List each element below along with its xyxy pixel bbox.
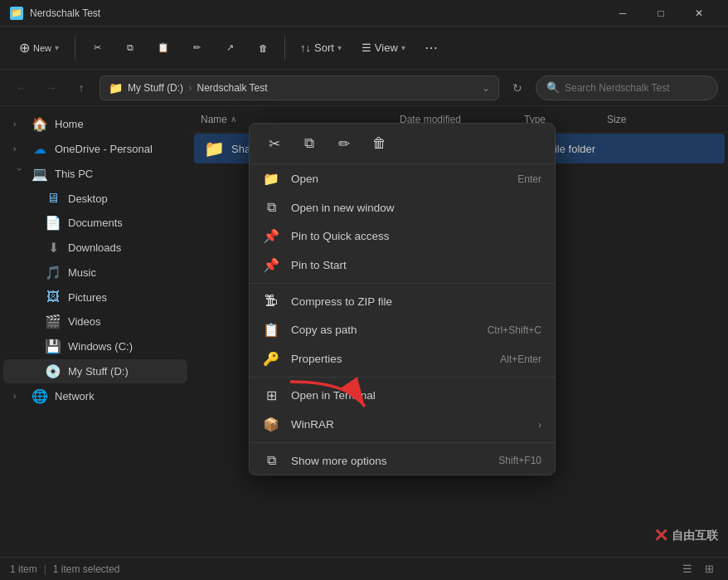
ctx-show-more-label: Show more options — [291, 455, 487, 467]
ctx-cut-button[interactable]: ✂ — [261, 130, 288, 157]
ctx-open-terminal-label: Open in Terminal — [291, 389, 541, 402]
ctx-open-item[interactable]: 📁 Open Enter — [250, 164, 555, 193]
ctx-properties-label: Properties — [291, 353, 488, 365]
ctx-open-shortcut: Enter — [517, 173, 541, 185]
ctx-compress-zip-label: Compress to ZIP file — [291, 295, 541, 308]
ctx-pin-start-item[interactable]: 📌 Pin to Start — [250, 251, 555, 280]
ctx-copy-path-item[interactable]: 📋 Copy as path Ctrl+Shift+C — [250, 315, 555, 344]
ctx-open-terminal-icon: ⊞ — [263, 387, 279, 403]
ctx-properties-item[interactable]: 🔑 Properties Alt+Enter — [250, 344, 555, 373]
ctx-copy-button[interactable]: ⧉ — [296, 130, 323, 157]
ctx-winrar-submenu-icon: › — [538, 419, 541, 431]
ctx-pin-quick-access-icon: 📌 — [263, 228, 279, 244]
ctx-pin-start-icon: 📌 — [263, 257, 279, 273]
ctx-compress-zip-icon: 🗜 — [263, 294, 279, 309]
context-menu: ✂ ⧉ ✏ 🗑 📁 Open Enter ⧉ Open in new windo… — [249, 123, 556, 475]
context-menu-overlay[interactable]: ✂ ⧉ ✏ 🗑 📁 Open Enter ⧉ Open in new windo… — [0, 0, 728, 580]
ctx-open-new-window-item[interactable]: ⧉ Open in new window — [250, 193, 555, 222]
ctx-open-label: Open — [291, 173, 506, 185]
ctx-open-terminal-item[interactable]: ⊞ Open in Terminal — [250, 381, 555, 410]
ctx-properties-icon: 🔑 — [263, 351, 279, 367]
ctx-open-new-window-label: Open in new window — [291, 202, 541, 214]
ctx-delete-button[interactable]: 🗑 — [366, 130, 392, 157]
ctx-winrar-icon: 📦 — [263, 417, 279, 432]
ctx-copy-path-label: Copy as path — [291, 324, 476, 336]
ctx-properties-shortcut: Alt+Enter — [500, 353, 541, 365]
ctx-compress-zip-item[interactable]: 🗜 Compress to ZIP file — [250, 287, 555, 315]
ctx-pin-quick-access-label: Pin to Quick access — [291, 230, 541, 242]
ctx-show-more-shortcut: Shift+F10 — [498, 455, 541, 466]
ctx-separator-1 — [250, 283, 555, 284]
ctx-separator-3 — [250, 442, 555, 443]
ctx-open-icon: 📁 — [263, 171, 279, 187]
ctx-pin-quick-access-item[interactable]: 📌 Pin to Quick access — [250, 222, 555, 251]
ctx-copy-path-icon: 📋 — [263, 322, 279, 338]
ctx-pin-start-label: Pin to Start — [291, 259, 541, 271]
ctx-winrar-label: WinRAR — [291, 418, 527, 431]
ctx-rename-button[interactable]: ✏ — [331, 130, 357, 157]
ctx-separator-2 — [250, 377, 555, 378]
ctx-show-more-item[interactable]: ⧉ Show more options Shift+F10 — [250, 446, 555, 475]
ctx-open-new-window-icon: ⧉ — [263, 200, 279, 215]
ctx-copy-path-shortcut: Ctrl+Shift+C — [488, 324, 541, 336]
ctx-show-more-icon: ⧉ — [263, 453, 279, 468]
ctx-winrar-item[interactable]: 📦 WinRAR › — [250, 410, 555, 439]
context-menu-top-bar: ✂ ⧉ ✏ 🗑 — [250, 124, 555, 164]
